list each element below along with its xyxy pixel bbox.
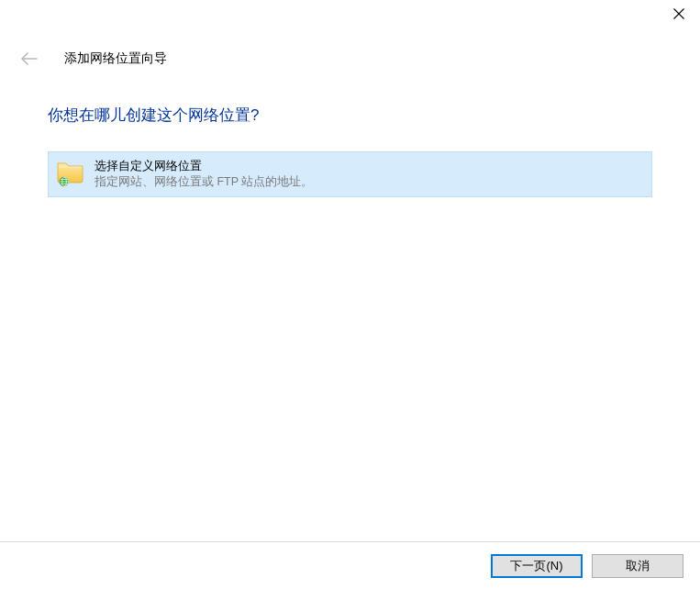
arrow-left-icon [21, 52, 38, 65]
option-description: 指定网站、网络位置或 FTP 站点的地址。 [94, 174, 313, 191]
titlebar [0, 0, 700, 33]
content-area: 你想在哪儿创建这个网络位置? 选择自定义网络位置 指定网站、网络位置或 FTP … [0, 70, 700, 197]
close-icon [673, 8, 684, 19]
option-text: 选择自定义网络位置 指定网站、网络位置或 FTP 站点的地址。 [94, 158, 313, 191]
header-row: 添加网络位置向导 [0, 33, 700, 70]
page-heading: 你想在哪儿创建这个网络位置? [48, 105, 652, 126]
back-button [18, 48, 40, 70]
wizard-title: 添加网络位置向导 [64, 50, 167, 67]
cancel-button[interactable]: 取消 [592, 554, 683, 578]
close-button[interactable] [658, 0, 700, 28]
option-title: 选择自定义网络位置 [94, 158, 313, 174]
next-button[interactable]: 下一页(N) [491, 554, 583, 578]
footer: 下一页(N) 取消 [0, 541, 700, 589]
option-custom-network-location[interactable]: 选择自定义网络位置 指定网站、网络位置或 FTP 站点的地址。 [48, 151, 652, 197]
folder-network-icon [56, 158, 85, 187]
